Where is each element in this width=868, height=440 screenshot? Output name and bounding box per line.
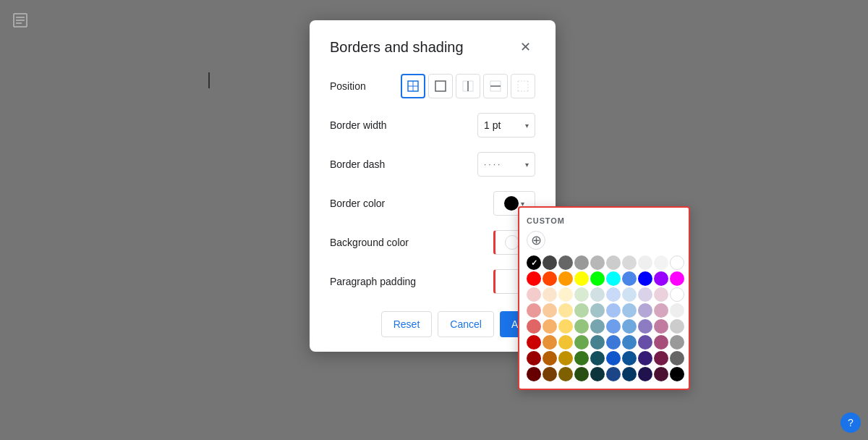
color-dot[interactable]	[527, 303, 541, 318]
color-dot[interactable]	[654, 335, 668, 350]
border-width-dropdown[interactable]: 1 pt ▾	[477, 113, 535, 138]
color-dot[interactable]	[542, 303, 557, 318]
color-dot[interactable]	[590, 255, 605, 270]
position-btn-outside[interactable]	[428, 74, 453, 98]
close-button[interactable]: ✕	[516, 38, 535, 56]
position-btn-all[interactable]	[401, 74, 425, 98]
color-dot[interactable]	[542, 287, 557, 302]
color-dot[interactable]	[558, 303, 573, 318]
color-swatch-black	[504, 196, 519, 211]
color-dot[interactable]	[590, 335, 605, 350]
color-dot[interactable]	[670, 351, 684, 365]
dialog-footer: Reset Cancel Ap	[330, 311, 535, 337]
color-swatch-white	[505, 235, 519, 250]
color-dot[interactable]	[622, 351, 637, 365]
color-dot[interactable]	[606, 255, 621, 270]
color-dot[interactable]	[622, 271, 637, 286]
color-dot[interactable]	[670, 319, 684, 334]
color-dot[interactable]	[558, 351, 573, 365]
position-btn-none[interactable]	[511, 74, 535, 98]
color-dot[interactable]	[670, 271, 684, 286]
color-dot[interactable]	[558, 367, 573, 381]
color-dot[interactable]	[542, 319, 557, 334]
color-dot[interactable]	[558, 319, 573, 334]
color-dot[interactable]	[670, 287, 684, 302]
color-dot[interactable]	[622, 255, 637, 270]
color-dot[interactable]	[527, 367, 541, 381]
color-dot[interactable]	[574, 335, 589, 350]
color-dot[interactable]	[527, 351, 541, 365]
color-dot[interactable]	[638, 367, 652, 381]
color-dot[interactable]	[606, 351, 621, 365]
color-dot[interactable]	[638, 319, 652, 334]
background-color-label: Background color	[330, 237, 409, 248]
color-dot[interactable]	[670, 335, 684, 350]
color-dot[interactable]	[527, 271, 541, 286]
color-grid: ✓	[527, 255, 681, 381]
position-btn-inner-v[interactable]	[456, 74, 480, 98]
color-dot[interactable]	[606, 287, 621, 302]
border-dash-dropdown[interactable]: ···· ▾	[477, 152, 535, 177]
color-dot[interactable]	[574, 351, 589, 365]
color-dot[interactable]	[574, 303, 589, 318]
color-dot[interactable]	[527, 287, 541, 302]
color-dot[interactable]	[527, 335, 541, 350]
color-dot[interactable]	[638, 271, 652, 286]
color-dot[interactable]	[542, 351, 557, 365]
color-dot[interactable]	[654, 255, 668, 270]
color-dot[interactable]	[654, 319, 668, 334]
color-dot[interactable]	[606, 303, 621, 318]
cancel-button[interactable]: Cancel	[438, 311, 494, 337]
color-dot[interactable]	[654, 367, 668, 381]
color-dot[interactable]	[638, 303, 652, 318]
color-dot[interactable]	[606, 367, 621, 381]
dialog-title: Borders and shading	[330, 39, 464, 56]
color-dot[interactable]	[622, 335, 637, 350]
color-dot[interactable]	[622, 287, 637, 302]
color-dot[interactable]	[638, 287, 652, 302]
color-dot[interactable]	[590, 271, 605, 286]
color-dot[interactable]	[542, 271, 557, 286]
color-dot[interactable]	[670, 367, 684, 381]
color-dot[interactable]	[670, 255, 684, 270]
color-dot[interactable]	[590, 367, 605, 381]
color-dot[interactable]	[622, 303, 637, 318]
color-dot[interactable]	[574, 287, 589, 302]
color-dot[interactable]	[638, 255, 652, 270]
color-dot[interactable]	[542, 335, 557, 350]
help-button[interactable]: ?	[841, 412, 861, 433]
color-dot[interactable]	[654, 351, 668, 365]
color-dot[interactable]	[558, 287, 573, 302]
color-dot[interactable]	[542, 255, 557, 270]
color-dot[interactable]	[542, 367, 557, 381]
reset-button[interactable]: Reset	[381, 311, 433, 337]
color-dot[interactable]	[654, 287, 668, 302]
color-dot[interactable]	[606, 335, 621, 350]
color-dot[interactable]	[590, 303, 605, 318]
color-dot[interactable]	[606, 271, 621, 286]
color-dot[interactable]	[574, 319, 589, 334]
color-dot[interactable]: ✓	[527, 255, 541, 270]
color-dot[interactable]	[638, 351, 652, 365]
color-dot[interactable]	[654, 303, 668, 318]
color-dot[interactable]	[638, 335, 652, 350]
color-dot[interactable]	[622, 367, 637, 381]
color-dot[interactable]	[574, 271, 589, 286]
paragraph-padding-row: Paragraph padding	[330, 269, 535, 294]
color-dot[interactable]	[574, 367, 589, 381]
color-dot[interactable]	[558, 271, 573, 286]
border-width-label: Border width	[330, 119, 387, 131]
color-dot[interactable]	[527, 319, 541, 334]
position-btn-inner-h[interactable]	[483, 74, 508, 98]
color-dot[interactable]	[622, 319, 637, 334]
add-custom-color-button[interactable]: ⊕	[527, 231, 545, 250]
color-dot[interactable]	[590, 287, 605, 302]
color-dot[interactable]	[574, 255, 589, 270]
color-dot[interactable]	[590, 351, 605, 365]
color-dot[interactable]	[654, 271, 668, 286]
color-dot[interactable]	[606, 319, 621, 334]
color-dot[interactable]	[558, 255, 573, 270]
color-dot[interactable]	[670, 303, 684, 318]
color-dot[interactable]	[558, 335, 573, 350]
color-dot[interactable]	[590, 319, 605, 334]
